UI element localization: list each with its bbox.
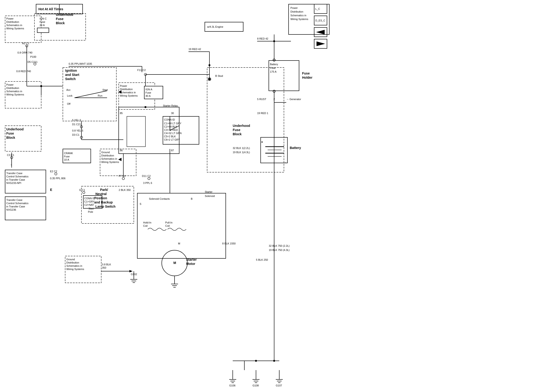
starter-relay-label: Starter Relay <box>163 104 178 107</box>
lock-label: Lock <box>67 94 73 97</box>
start-pole-label: Start <box>88 207 94 210</box>
conn-id-c3: C3=32 RED <box>164 129 178 131</box>
e2-c2-label: E2 C2 <box>50 170 57 173</box>
a2-c1-label: A2 C1 <box>22 42 29 45</box>
park-neutral-label5: Lamp Switch <box>95 205 115 208</box>
ground-dist-c-line2: Distribution <box>101 154 114 157</box>
park-neutral-label4: and Backup <box>94 200 113 204</box>
ign-c-fuse-symbol <box>37 28 49 33</box>
diagram-container: Hot At All Times Power Distribution Sche… <box>0 0 559 392</box>
acc-label: Acc <box>66 88 71 91</box>
wire-08-blk-350-bot: 0.8 BLK <box>102 263 111 266</box>
underhood-fuse-right-label1: Underhood <box>233 124 250 128</box>
relay-terminal-86: 86 <box>120 149 123 152</box>
c3-arrow: ↓ <box>10 163 12 166</box>
power-dist-tl-line4: Wiring Systems <box>6 27 24 30</box>
wire-350-bot: 350 <box>102 266 106 269</box>
power-dist-tl-line2: Distribution <box>6 20 19 23</box>
battery-plus: + <box>261 140 263 144</box>
conn-id-c1: C1=68 LT GRY <box>164 122 182 125</box>
power-dist-ml-line1: Power <box>6 83 14 86</box>
underhood-fuse-right-label2: Fuse <box>233 128 240 132</box>
off-label: Off <box>67 103 71 105</box>
solenoid-contacts-label: Solenoid Contacts <box>149 197 170 200</box>
tc-nvg236-line3: in Transfer Case <box>6 205 25 208</box>
w43l-engine-label: w/4.3L Engine <box>207 25 223 28</box>
wire-8-red-42: 8 RED 42 <box>257 37 268 40</box>
tc-nvg236-line1: Transfer Case <box>6 199 22 201</box>
power-dist-ml-line4: Wiring Systems <box>6 93 24 96</box>
junction-ground-bus <box>255 360 257 362</box>
conn-id-park-label: CONN ID <box>84 197 95 200</box>
park-neutral-label3: Position <box>94 196 107 200</box>
crank-fuse-label2: Fuse <box>64 155 70 158</box>
ground-dist-bot-line1: Ground <box>66 258 75 261</box>
wire-035-ppl-806: 0.35 PPL 806 <box>50 177 65 180</box>
power-dist-tl-line3: Schematics in <box>6 24 22 27</box>
d3-c1-label: D3 C1 <box>72 133 79 136</box>
wire-08-orn-740: 0.8 ORN 740 <box>18 51 32 54</box>
tc-nvg233-line1: Transfer Case <box>6 172 22 175</box>
legend-desc-text: D_ES_C <box>315 19 325 22</box>
wire-5-yel-5: 5 YEL 5 <box>72 119 81 121</box>
conn-id-c6: C6=2 LT GRY <box>164 138 180 141</box>
pull-in-coil-label1: Pull-In <box>165 221 172 224</box>
ignition-switch-label2: and Start <box>65 73 79 77</box>
ignition-switch-label1: Ignition <box>65 69 77 72</box>
ign-a-fuse-label1: IGN A <box>145 88 152 91</box>
g107-label: G107 <box>276 384 282 387</box>
conn-id-c4: C4=32 LT GRN <box>164 132 182 135</box>
wire-08-red-740: 0.8 RED 740 <box>16 70 31 73</box>
wire-2-blk-350: 2 BLK 350 <box>119 188 130 191</box>
battery-fuse-label2: Fuse <box>270 66 276 69</box>
legend-loc-text: L_C <box>315 8 320 10</box>
tc-nvg233-line2: Control Schematics <box>6 175 29 178</box>
b-terminal: B <box>191 197 193 200</box>
wire-19-blk-1-43l: 19 BLK 1(4.3L) <box>233 151 250 154</box>
ign-c-fuse-label-line1: IGN C <box>39 17 47 20</box>
d11-c2-label: D11 C2 <box>142 175 150 177</box>
conn-id-park-c2: C2=NAT <box>84 204 94 206</box>
tc-nvg233-line4: NVG233-NPI <box>6 182 21 184</box>
d5-c211-label: D5 C211 <box>28 61 37 63</box>
wire-19-red-42-upper: 19 RED 42 <box>188 48 201 50</box>
g-c1-label: G C1 <box>79 188 85 191</box>
ign-c-fuse-label-line3: 20 A <box>39 24 45 27</box>
ground-dist-bot-line4: Wiring Systems <box>66 268 84 271</box>
ground-dist-c-line3: Schematics in <box>101 157 117 160</box>
power-dist-tr-line4: Wiring Systems <box>290 18 308 20</box>
generator-label: → Generator <box>286 98 301 101</box>
underhood-fuse-right-label3: Block <box>233 132 242 136</box>
f7-c2-label: F7 C2 <box>119 175 126 177</box>
ignition-switch-label3: Switch <box>65 77 76 81</box>
starter-solenoid-label: Starter <box>205 190 213 193</box>
junction-batt-ground <box>273 360 275 362</box>
underhood-fuse-left-label3: Block <box>6 136 15 140</box>
park-neutral-label2: Neutral <box>95 192 107 196</box>
hold-in-coil-label2: Coil <box>143 224 148 227</box>
relay-terminal-87: 87 <box>171 149 174 152</box>
ign-a-fuse-label3: 40 A <box>145 94 151 97</box>
g108-label: G108 <box>252 384 259 387</box>
crank-fuse-label1: CRANK <box>64 152 73 155</box>
wire-19-red-1: 19 RED 1 <box>257 112 268 114</box>
tc-nvg236-line4: NVG236 <box>6 208 16 211</box>
e-label: E <box>50 188 52 192</box>
wire-035-ppl-wht-1035: 0.35 PPL/WHT 1035 <box>69 62 92 65</box>
underhood-fuse-block-top-label2: Fuse <box>56 17 64 21</box>
park-neutral-label1: Park/ <box>100 188 108 192</box>
power-dist-ml-line2: Distribution <box>6 87 19 89</box>
underhood-fuse-block-top-label3: Block <box>56 21 65 25</box>
starter-motor-label2: Motor <box>186 262 195 266</box>
junction-19-red <box>208 64 210 66</box>
pull-in-coil-label2: Coil <box>165 224 170 227</box>
junction-f11-relay <box>145 106 146 108</box>
b-stud-label: B Stud <box>215 75 223 77</box>
ground-dist-c-line4: Wiring Systems <box>101 161 119 163</box>
power-dist-c-line4: Wiring Systems <box>120 94 138 97</box>
f11-c2-label: F11 C2 <box>137 69 146 72</box>
ign-a-fuse-label2: Fuse <box>145 91 151 94</box>
svg-rect-0 <box>0 0 559 392</box>
run-label: Run <box>98 94 102 97</box>
starter-solenoid-label2: Solenoid <box>205 195 215 197</box>
